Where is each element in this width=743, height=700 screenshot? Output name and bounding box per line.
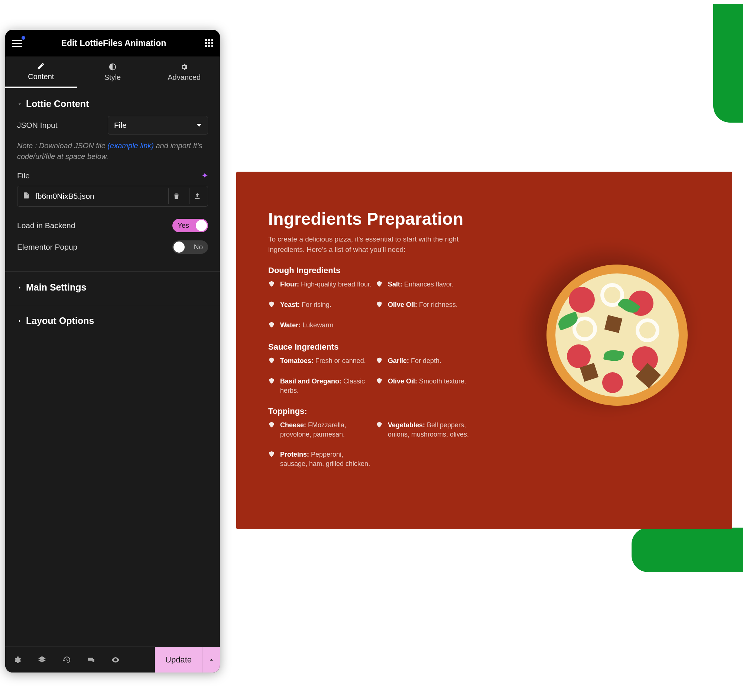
delete-file-button[interactable]: [168, 188, 184, 204]
apps-icon[interactable]: [205, 39, 213, 47]
chevron-right-icon: [17, 318, 22, 324]
settings-button[interactable]: [5, 656, 30, 664]
pencil-icon: [37, 62, 45, 70]
list-item: Garlic: For depth.: [376, 356, 480, 366]
select-value: File: [114, 121, 127, 130]
json-input-row: JSON Input File: [17, 114, 208, 136]
elementor-popup-toggle[interactable]: No: [172, 240, 208, 254]
upload-icon: [193, 192, 201, 200]
pizza-slice-icon: [268, 301, 276, 310]
document-icon: [23, 191, 30, 201]
tab-style[interactable]: Style: [77, 56, 149, 88]
trash-icon: [172, 192, 181, 200]
list-item: Water: Lukewarm: [268, 321, 372, 331]
file-input[interactable]: fb6m0NixB5.json: [17, 186, 208, 207]
pizza-slice-icon: [268, 281, 276, 290]
chevron-down-icon: [197, 124, 202, 127]
preview-button[interactable]: [103, 656, 128, 664]
item-key: Basil and Oregano:: [280, 377, 341, 385]
item-value: Enhances flavor.: [403, 281, 454, 288]
section-title: Main Settings: [26, 282, 87, 293]
item-key: Yeast:: [280, 301, 300, 308]
responsive-button[interactable]: [79, 656, 103, 664]
decoration-bottom: [632, 528, 743, 572]
item-value: High-quality bread flour.: [299, 281, 372, 288]
item-key: Vegetables:: [388, 421, 425, 429]
item-key: Olive Oil:: [388, 377, 417, 385]
editor-panel: Edit LottieFiles Animation Content Style…: [5, 30, 220, 672]
eye-icon: [111, 656, 120, 664]
panel-footer: Update: [5, 647, 220, 672]
example-link[interactable]: (example link): [107, 142, 154, 150]
note-text: Note : Download JSON file (example link)…: [17, 141, 208, 162]
section-lottie-content-body: JSON Input File Note : Download JSON fil…: [5, 114, 220, 265]
tab-label: Advanced: [167, 73, 201, 82]
gear-icon: [180, 63, 188, 71]
file-label: File: [17, 171, 30, 180]
list-item: Vegetables: Bell peppers, onions, mushro…: [376, 420, 480, 439]
menu-icon[interactable]: [12, 40, 22, 47]
list-item: Basil and Oregano: Classic herbs.: [268, 377, 372, 395]
update-button[interactable]: Update: [155, 647, 220, 673]
list-item: Salt: Enhances flavor.: [376, 280, 480, 290]
load-backend-label: Load in Backend: [17, 221, 172, 230]
section-main-settings-toggle[interactable]: Main Settings: [5, 272, 220, 298]
item-value: Smooth texture.: [417, 377, 466, 385]
contrast-icon: [108, 63, 117, 71]
item-key: Salt:: [388, 281, 403, 288]
panel-header: Edit LottieFiles Animation: [5, 30, 220, 56]
json-input-select[interactable]: File: [108, 116, 208, 135]
item-key: Proteins:: [280, 451, 309, 458]
chevron-up-icon: [208, 656, 215, 664]
item-value: For depth.: [409, 357, 441, 364]
sparkle-icon[interactable]: ✦: [201, 171, 208, 181]
item-value: Lukewarm: [300, 321, 333, 329]
page-preview: Ingredients Preparation To create a deli…: [236, 172, 732, 529]
item-key: Water:: [280, 321, 300, 329]
toggle-text: Yes: [178, 222, 189, 229]
section-title: Layout Options: [26, 315, 94, 326]
item-key: Flour:: [280, 281, 299, 288]
history-button[interactable]: [54, 656, 79, 664]
history-icon: [62, 656, 71, 664]
toggle-text: No: [194, 243, 203, 251]
gear-icon: [13, 656, 22, 664]
preview-subtitle: To create a delicious pizza, it's essent…: [268, 234, 465, 255]
tab-label: Content: [28, 73, 54, 81]
list-item: Proteins: Pepperoni, sausage, ham, grill…: [268, 450, 372, 469]
update-options-button[interactable]: [202, 647, 220, 673]
pizza-slice-icon: [376, 301, 383, 310]
layers-icon: [37, 656, 46, 664]
upload-file-button[interactable]: [189, 188, 205, 204]
tab-content[interactable]: Content: [5, 56, 77, 88]
file-name: fb6m0NixB5.json: [35, 192, 163, 201]
chevron-down-icon: [17, 101, 22, 107]
list-item: Olive Oil: Smooth texture.: [376, 377, 480, 395]
update-label: Update: [155, 655, 202, 665]
tab-advanced[interactable]: Advanced: [148, 56, 220, 88]
pizza-slice-icon: [268, 421, 276, 439]
pizza-slice-icon: [268, 321, 276, 331]
json-input-label: JSON Input: [17, 121, 108, 130]
item-value: For richness.: [417, 301, 458, 308]
section-layout-options-toggle[interactable]: Layout Options: [5, 305, 220, 332]
pizza-slice-icon: [268, 451, 276, 469]
pizza-slice-icon: [376, 357, 383, 366]
navigator-button[interactable]: [30, 656, 54, 664]
pizza-illustration: [517, 235, 717, 435]
devices-icon: [87, 656, 95, 664]
load-backend-toggle[interactable]: Yes: [172, 219, 208, 232]
item-key: Cheese:: [280, 421, 306, 429]
pizza-slice-icon: [376, 377, 383, 395]
list-item: Olive Oil: For richness.: [376, 300, 480, 310]
list-item: Cheese: FMozzarella, provolone, parmesan…: [268, 420, 372, 439]
pizza-slice-icon: [376, 281, 383, 290]
item-key: Garlic:: [388, 357, 409, 364]
item-key: Tomatoes:: [280, 357, 314, 364]
section-title: Lottie Content: [26, 98, 89, 109]
list-item: Tomatoes: Fresh or canned.: [268, 356, 372, 366]
item-key: Olive Oil:: [388, 301, 417, 308]
pizza-slice-icon: [376, 421, 383, 439]
section-lottie-content-toggle[interactable]: Lottie Content: [5, 88, 220, 114]
item-value: For rising.: [300, 301, 332, 308]
